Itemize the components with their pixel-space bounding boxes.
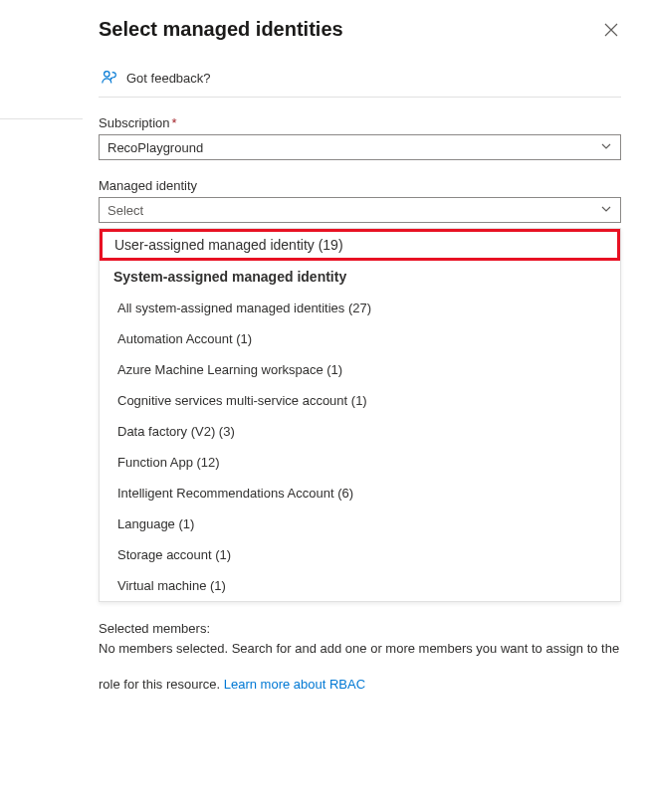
dropdown-header-system-assigned: System-assigned managed identity [100, 261, 620, 293]
managed-identity-label: Managed identity [99, 178, 621, 193]
dropdown-item[interactable]: Cognitive services multi-service account… [100, 385, 620, 416]
managed-identity-field: Managed identity Select User-assigned ma… [99, 178, 621, 223]
required-indicator: * [172, 115, 177, 130]
svg-point-0 [105, 72, 109, 77]
feedback-icon [101, 69, 118, 87]
dropdown-item[interactable]: Function App (12) [100, 447, 620, 478]
dropdown-item[interactable]: Storage account (1) [100, 539, 620, 570]
dropdown-item[interactable]: Intelligent Recommendations Account (6) [100, 478, 620, 508]
chevron-down-icon [600, 140, 612, 155]
subscription-select[interactable]: RecoPlayground [99, 134, 621, 160]
left-column-divider [0, 118, 83, 119]
dropdown-item[interactable]: Automation Account (1) [100, 323, 620, 354]
managed-identity-dropdown: User-assigned managed identity (19) Syst… [99, 228, 621, 602]
dropdown-item[interactable]: All system-assigned managed identities (… [100, 293, 620, 323]
subscription-label-text: Subscription [99, 115, 170, 130]
subscription-value: RecoPlayground [108, 140, 203, 155]
dropdown-item[interactable]: Language (1) [100, 508, 620, 539]
select-managed-identities-panel: Select managed identities Got feedback? … [83, 0, 647, 812]
feedback-link[interactable]: Got feedback? [99, 63, 621, 98]
learn-more-link[interactable]: Learn more about RBAC [224, 675, 365, 695]
panel-header: Select managed identities [99, 18, 621, 41]
chevron-down-icon [600, 203, 612, 218]
selected-members-label: Selected members: [99, 619, 621, 639]
subscription-field: Subscription* RecoPlayground [99, 115, 621, 160]
selected-members-block: Selected members: No members selected. S… [99, 619, 621, 695]
dropdown-item[interactable]: Virtual machine (1) [100, 570, 620, 601]
close-button[interactable] [601, 20, 621, 40]
close-icon [604, 23, 618, 37]
managed-identity-placeholder: Select [108, 203, 143, 218]
subscription-label: Subscription* [99, 115, 621, 130]
feedback-label: Got feedback? [126, 71, 211, 86]
managed-identity-select[interactable]: Select [99, 197, 621, 223]
dropdown-item[interactable]: Data factory (V2) (3) [100, 416, 620, 447]
dropdown-item[interactable]: Azure Machine Learning workspace (1) [100, 354, 620, 385]
panel-title: Select managed identities [99, 18, 343, 41]
dropdown-item-user-assigned[interactable]: User-assigned managed identity (19) [100, 229, 620, 261]
